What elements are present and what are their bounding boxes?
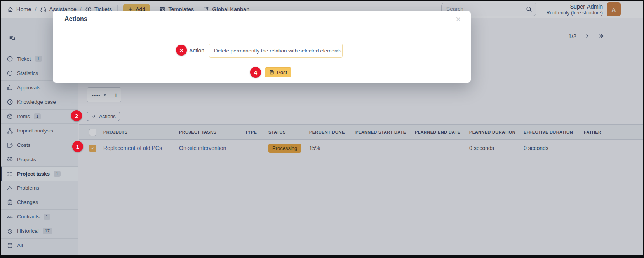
close-icon[interactable]: ×: [453, 13, 463, 26]
modal-title: Actions: [64, 16, 87, 23]
screenshot-root: Home / Assistance / Tickets Add: [0, 0, 644, 258]
save-icon: [269, 70, 275, 75]
action-select[interactable]: Delete permanently the relation with sel…: [209, 44, 343, 58]
post-button[interactable]: Post: [265, 67, 291, 77]
annotation-step-4: 4: [250, 67, 261, 78]
post-button-label: Post: [277, 70, 287, 75]
annotation-step-1: 1: [72, 141, 83, 152]
annotation-step-2: 2: [71, 110, 82, 121]
app-window: Home / Assistance / Tickets Add: [1, 1, 643, 255]
annotation-step-3: 3: [176, 45, 187, 56]
modal-header: Actions ×: [53, 11, 471, 28]
caret-down-icon: [335, 50, 338, 52]
action-select-value: Delete permanently the relation with sel…: [214, 48, 341, 54]
actions-modal: Actions × Action Delete permanently the …: [53, 11, 471, 83]
